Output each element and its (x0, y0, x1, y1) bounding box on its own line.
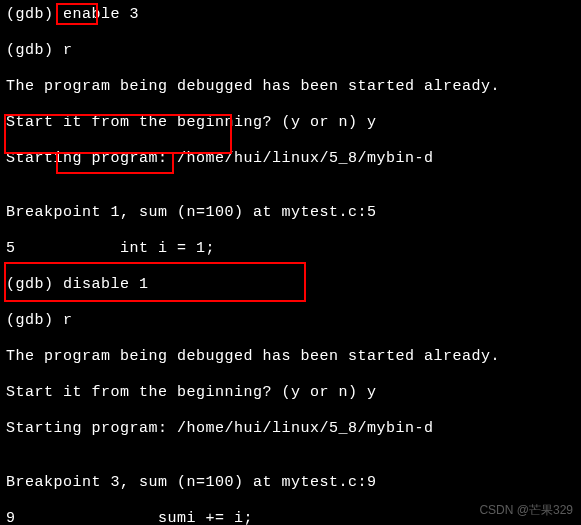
user-command: disable 1 (63, 276, 149, 293)
watermark-text: CSDN @芒果329 (479, 502, 573, 519)
source-code: sumi += i; (16, 510, 254, 525)
gdb-prompt: (gdb) (6, 42, 63, 59)
user-command: r (63, 42, 73, 59)
output-line: The program being debugged has been star… (6, 78, 575, 96)
line-number: 5 (6, 240, 16, 257)
output-line: The program being debugged has been star… (6, 348, 575, 366)
output-line: (gdb) enable 3 (6, 6, 575, 24)
output-line: (gdb) r (6, 42, 575, 60)
output-line: Breakpoint 3, sum (n=100) at mytest.c:9 (6, 474, 575, 492)
output-line: Starting program: /home/hui/linux/5_8/my… (6, 150, 575, 168)
output-line: Starting program: /home/hui/linux/5_8/my… (6, 420, 575, 438)
output-line: 5 int i = 1; (6, 240, 575, 258)
output-line: Start it from the beginning? (y or n) y (6, 114, 575, 132)
terminal-output: (gdb) enable 3 (gdb) r The program being… (0, 0, 581, 525)
line-number: 9 (6, 510, 16, 525)
output-line: Breakpoint 1, sum (n=100) at mytest.c:5 (6, 204, 575, 222)
output-line: Start it from the beginning? (y or n) y (6, 384, 575, 402)
output-line: (gdb) r (6, 312, 575, 330)
gdb-prompt: (gdb) (6, 276, 63, 293)
output-line: (gdb) disable 1 (6, 276, 575, 294)
source-code: int i = 1; (16, 240, 216, 257)
